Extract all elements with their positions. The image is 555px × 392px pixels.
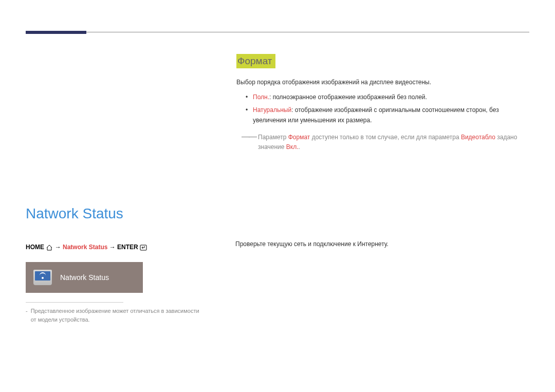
bullet-text: : полноэкранное отображение изображений … <box>269 94 427 101</box>
breadcrumb-enter: ENTER <box>117 244 138 251</box>
breadcrumb: HOME → Natwork Status → ENTER <box>26 244 206 251</box>
page-title: Natwork Status <box>26 206 206 222</box>
network-description: Проверьте текущую сеть и подключение к И… <box>235 240 529 248</box>
note-text: Параметр Формат доступен только в том сл… <box>258 133 529 152</box>
home-icon <box>46 244 54 251</box>
footnote-text: Представленное изображение может отличат… <box>31 307 206 324</box>
footnote: - Представленное изображение может отлич… <box>26 307 206 324</box>
format-heading: Формат <box>236 54 275 68</box>
footnote-divider <box>26 302 123 303</box>
page-divider <box>28 32 529 32</box>
format-intro: Выбор порядка отображения изображений на… <box>236 78 529 87</box>
network-status-tile[interactable]: Natwork Status <box>26 262 143 293</box>
format-bullet-item: Натуральный: отображение изображений с о… <box>248 105 529 125</box>
enter-icon <box>140 244 147 251</box>
footnote-dash: - <box>26 307 28 324</box>
breadcrumb-home: HOME <box>26 244 44 251</box>
monitor-wifi-icon <box>33 270 52 285</box>
bullet-label: Натуральный <box>253 106 291 114</box>
note-dash-icon: ―― <box>242 133 256 152</box>
bullet-label: Полн. <box>253 94 269 101</box>
format-note: ―― Параметр Формат доступен только в том… <box>242 133 529 152</box>
format-bullet-list: Полн.: полноэкранное отображение изображ… <box>248 92 529 125</box>
tile-label: Natwork Status <box>60 273 109 282</box>
format-bullet-item: Полн.: полноэкранное отображение изображ… <box>248 92 529 102</box>
breadcrumb-navname: Natwork Status <box>63 244 107 251</box>
top-accent-bar <box>26 31 86 34</box>
